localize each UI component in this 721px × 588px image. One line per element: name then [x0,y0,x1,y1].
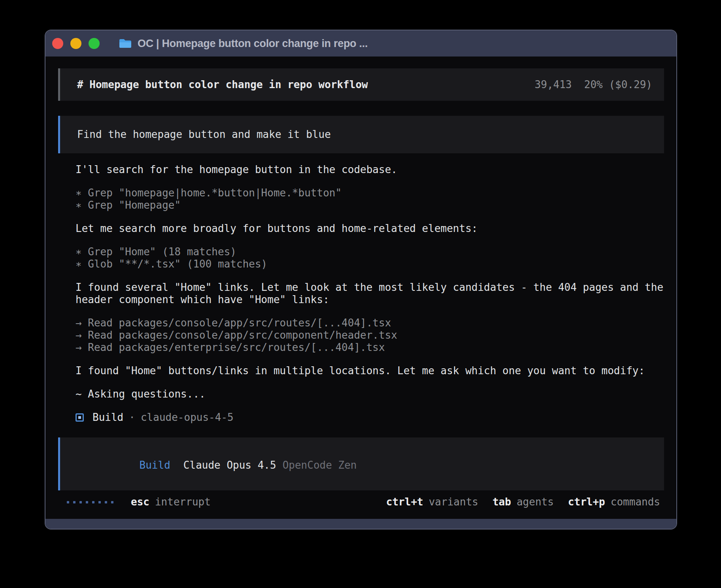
assistant-text: I found "Home" buttons/links in multiple… [75,365,664,377]
commands-hint-label: commands [611,496,660,508]
tool-call-line: ∗ Grep "Home" (18 matches) [75,246,664,258]
commands-hint: ctrl+p commands [568,496,660,508]
assistant-text-line: I'll search for the homepage button in t… [75,164,664,176]
input-model-label[interactable]: Claude Opus 4.5 [183,459,276,471]
window-titlebar[interactable]: OC | Homepage button color change in rep… [45,30,676,57]
ctrl-t-key-hint: ctrl+t [386,496,423,508]
window-title: OC | Homepage button color change in rep… [138,38,368,50]
assistant-text-line: header component which have "Home" links… [75,294,664,306]
desktop-background: OC | Homepage button color change in rep… [0,0,721,588]
spinner-dot [67,501,69,503]
agent-status-line: Build · claude-opus-4-5 [58,411,664,424]
spinner-dot [111,501,113,503]
tab-key-hint: tab [493,496,511,508]
esc-key-hint: esc [131,496,149,508]
agents-hint: tab agents [493,496,554,508]
tool-call-group: ∗ Grep "homepage|home.*button|Home.*butt… [75,187,664,211]
close-button[interactable] [52,38,63,49]
input-agent-label[interactable]: Build [140,459,170,471]
input-mode-line: BuildClaude Opus 4.5OpenCode Zen [77,447,652,484]
tool-call-line: ∗ Grep "Homepage" [75,199,664,211]
spinner-dot [92,501,94,503]
agent-name: Build [92,411,123,424]
assistant-text-line: I found "Home" buttons/links in multiple… [75,365,664,377]
session-stats: 39,413 20% ($0.29) [535,79,652,91]
ctrl-p-key-hint: ctrl+p [568,496,605,508]
tool-call-line: ∗ Glob "**/*.tsx" (100 matches) [75,258,664,270]
interrupt-hint-label: interrupt [155,496,211,508]
terminal-window: OC | Homepage button color change in rep… [45,30,677,530]
assistant-text: ~ Asking questions... [75,388,664,400]
build-badge-icon [75,413,84,422]
tool-call-line: → Read packages/console/app/src/routes/[… [75,317,664,329]
prompt-input[interactable]: BuildClaude Opus 4.5OpenCode Zen [58,437,664,490]
spinner-dot [79,501,82,503]
tool-call-group: ∗ Grep "Home" (18 matches)∗ Glob "**/*.t… [75,246,664,270]
spinner-dot [105,501,107,503]
minimize-button[interactable] [70,38,81,49]
user-message: Find the homepage button and make it blu… [58,116,664,153]
assistant-text: Let me search more broadly for buttons a… [75,222,664,235]
spinner-dot [73,501,75,503]
assistant-text-line: ~ Asking questions... [75,388,664,400]
tool-call-line: → Read packages/enterprise/src/routes/[.… [75,341,664,354]
spinner-dot [86,501,88,503]
tool-call-group: → Read packages/console/app/src/routes/[… [75,317,664,354]
agent-model: claude-opus-4-5 [141,411,234,424]
assistant-text-line: Let me search more broadly for buttons a… [75,222,664,235]
tool-call-line: ∗ Grep "homepage|home.*button|Home.*butt… [75,187,664,199]
folder-icon [119,38,132,49]
tool-call-line: → Read packages/console/app/src/componen… [75,329,664,341]
assistant-text: I found several "Home" links. Let me loo… [75,281,664,306]
agent-separator: · [129,411,135,424]
agents-hint-label: agents [517,496,554,508]
variants-hint-label: variants [429,496,478,508]
zoom-button[interactable] [89,38,100,49]
assistant-transcript: I'll search for the homepage button in t… [58,164,664,400]
loading-spinner [67,501,117,503]
session-header: # Homepage button color change in repo w… [58,68,664,101]
variants-hint: ctrl+t variants [386,496,478,508]
assistant-text-line: I found several "Home" links. Let me loo… [75,281,664,294]
window-footer [45,519,676,529]
session-title: # Homepage button color change in repo w… [77,79,368,91]
input-provider-label: OpenCode Zen [283,459,357,471]
assistant-text: I'll search for the homepage button in t… [75,164,664,176]
user-message-text: Find the homepage button and make it blu… [77,128,331,141]
status-bar: esc interrupt ctrl+t variants tab agents… [58,496,664,508]
terminal-content: # Homepage button color change in repo w… [45,57,676,519]
spinner-dot [98,501,101,503]
